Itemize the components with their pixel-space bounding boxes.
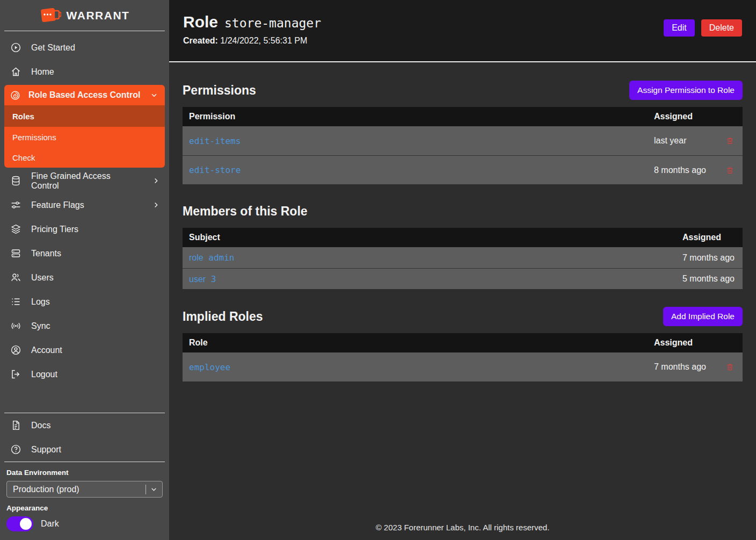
table-row: edit-store 8 months ago (183, 155, 743, 184)
sidebar-bottom: Docs Support Data Environment Production… (0, 413, 169, 540)
sidebar-item-label: Support (31, 445, 162, 455)
sidebar-subitem-label: Roles (12, 112, 34, 121)
trash-icon (726, 166, 734, 175)
sliders-icon (10, 199, 21, 211)
subject-link-role-admin[interactable]: role admin (189, 253, 235, 263)
sidebar-subitem-roles[interactable]: Roles (4, 105, 165, 127)
assigned-value: 5 months ago (682, 274, 743, 284)
sidebar-item-label: Logout (31, 370, 162, 379)
sidebar-item-label: Sync (31, 321, 162, 331)
document-icon (10, 420, 21, 431)
add-implied-role-button[interactable]: Add Implied Role (663, 307, 743, 326)
remove-permission-button[interactable] (726, 136, 734, 145)
permission-link-edit-store[interactable]: edit-store (189, 165, 241, 175)
implied-roles-table: Role Assigned employee 7 months ago (183, 333, 743, 381)
members-table-header: Subject Assigned (183, 228, 743, 247)
implied-roles-section-head: Implied Roles Add Implied Role (183, 307, 743, 326)
warrant-badge-icon (40, 6, 61, 25)
subject-id: admin (208, 253, 234, 263)
header-actions: Edit Delete (664, 0, 742, 61)
remove-implied-role-button[interactable] (726, 363, 734, 371)
copyright-footer: © 2023 Forerunner Labs, Inc. All rights … (169, 514, 756, 540)
permissions-section: Permissions Assign Permission to Role Pe… (183, 81, 743, 184)
sidebar-item-get-started[interactable]: Get Started (0, 35, 169, 60)
users-icon (10, 272, 21, 284)
created-row: Created: 1/24/2022, 5:56:31 PM (183, 36, 321, 46)
remove-permission-button[interactable] (726, 166, 734, 175)
entity-type-label: Role (183, 13, 218, 31)
sidebar-item-label: Fine Grained Access Control (31, 171, 140, 191)
table-row: user 3 5 months ago (183, 268, 743, 289)
edit-button[interactable]: Edit (664, 19, 695, 37)
user-circle-icon (10, 344, 21, 356)
sidebar-item-logs[interactable]: Logs (0, 290, 169, 314)
appearance-toggle-row: Dark (6, 516, 163, 531)
main-panel: Role store-manager Created: 1/24/2022, 5… (169, 0, 756, 540)
column-header-subject: Subject (183, 233, 682, 242)
sidebar-item-sync[interactable]: Sync (0, 314, 169, 338)
column-header-permission: Permission (183, 112, 654, 121)
sidebar: WARRANT Get Started Home (0, 0, 169, 540)
role-swirl-icon (10, 90, 21, 101)
delete-button[interactable]: Delete (701, 19, 742, 37)
trash-icon (726, 363, 734, 371)
table-row: employee 7 months ago (183, 352, 743, 381)
column-header-assigned: Assigned (682, 233, 743, 242)
layers-icon (10, 224, 21, 235)
sidebar-item-tenants[interactable]: Tenants (0, 241, 169, 265)
database-icon (10, 175, 21, 187)
sidebar-item-role-based-access-control[interactable]: Role Based Access Control (4, 85, 165, 105)
brand-logo[interactable]: WARRANT (0, 0, 169, 31)
subject-type: role (189, 253, 203, 262)
permissions-table-header: Permission Assigned (183, 107, 743, 126)
members-title: Members of this Role (183, 204, 308, 219)
page-header-info: Role store-manager Created: 1/24/2022, 5… (183, 0, 321, 61)
sidebar-item-label: Home (31, 67, 162, 77)
permissions-section-head: Permissions Assign Permission to Role (183, 81, 743, 100)
permission-link-edit-items[interactable]: edit-items (189, 136, 241, 146)
sidebar-item-docs[interactable]: Docs (0, 413, 169, 437)
sidebar-item-fine-grained-access-control[interactable]: Fine Grained Access Control (0, 169, 169, 193)
subject-id: 3 (211, 274, 216, 284)
page-header: Role store-manager Created: 1/24/2022, 5… (169, 0, 756, 62)
sidebar-item-label: Feature Flags (31, 200, 140, 210)
app-window: WARRANT Get Started Home (0, 0, 756, 540)
data-environment-label: Data Environment (6, 469, 163, 477)
table-row: edit-items last year (183, 126, 743, 155)
members-section-head: Members of this Role (183, 202, 743, 221)
sidebar-item-label: Role Based Access Control (28, 90, 142, 100)
dark-mode-toggle[interactable] (6, 516, 33, 531)
sidebar-item-label: Pricing Tiers (31, 225, 162, 234)
entity-id: store-manager (224, 16, 321, 30)
home-icon (10, 66, 21, 78)
page-title: Role store-manager (183, 13, 321, 31)
sidebar-item-feature-flags[interactable]: Feature Flags (0, 193, 169, 217)
chevron-right-icon (150, 199, 162, 211)
appearance-mode-label: Dark (41, 519, 59, 529)
sidebar-item-users[interactable]: Users (0, 265, 169, 290)
sidebar-group-rbac: Role Based Access Control Roles Permissi… (4, 85, 165, 168)
environment-select[interactable]: Production (prod) (6, 481, 163, 498)
created-label: Created: (183, 36, 218, 45)
sidebar-item-home[interactable]: Home (0, 60, 169, 84)
sidebar-subitem-permissions[interactable]: Permissions (4, 127, 165, 147)
sidebar-item-pricing-tiers[interactable]: Pricing Tiers (0, 217, 169, 241)
sidebar-item-support[interactable]: Support (0, 437, 169, 462)
sidebar-item-logout[interactable]: Logout (0, 362, 169, 386)
assigned-value: 7 months ago (682, 253, 743, 263)
subject-type: user (189, 275, 206, 284)
sidebar-item-account[interactable]: Account (0, 338, 169, 362)
chevron-right-icon (150, 175, 162, 187)
sidebar-item-label: Get Started (31, 43, 162, 53)
chevron-down-icon (150, 91, 158, 99)
sidebar-subitem-check[interactable]: Check (4, 147, 165, 168)
help-circle-icon (10, 444, 21, 456)
environment-selected-value: Production (prod) (13, 485, 146, 494)
assigned-value: last year (654, 136, 717, 146)
role-link-employee[interactable]: employee (189, 362, 230, 372)
subject-link-user-3[interactable]: user 3 (189, 274, 216, 284)
assign-permission-button[interactable]: Assign Permission to Role (629, 81, 743, 100)
toggle-knob (20, 518, 32, 530)
assigned-value: 8 months ago (654, 165, 717, 175)
permissions-table: Permission Assigned edit-items last year (183, 107, 743, 184)
